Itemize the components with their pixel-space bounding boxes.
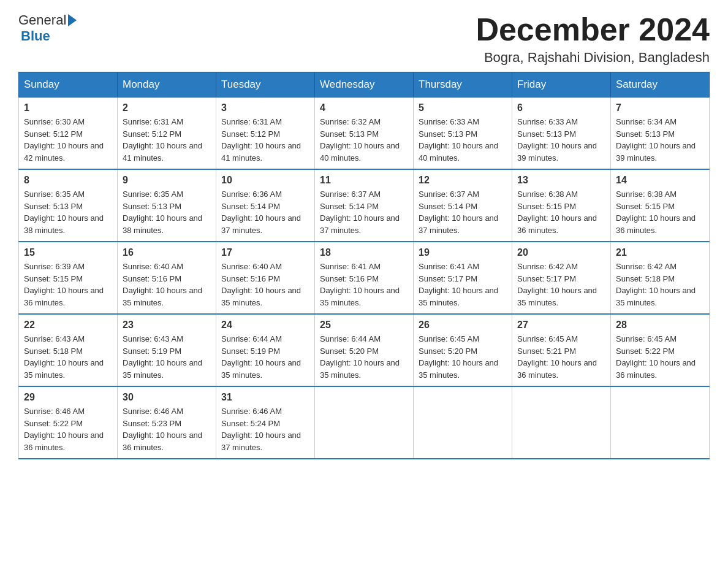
day-number: 27 xyxy=(517,320,605,331)
sunset-label: Sunset: 5:20 PM xyxy=(320,347,379,356)
day-info: Sunrise: 6:35 AM Sunset: 5:13 PM Dayligh… xyxy=(123,188,211,236)
calendar-cell: 29 Sunrise: 6:46 AM Sunset: 5:22 PM Dayl… xyxy=(19,386,118,459)
day-number: 2 xyxy=(123,102,211,113)
sunset-label: Sunset: 5:20 PM xyxy=(419,347,477,356)
calendar-cell: 13 Sunrise: 6:38 AM Sunset: 5:15 PM Dayl… xyxy=(512,169,611,242)
day-info: Sunrise: 6:45 AM Sunset: 5:20 PM Dayligh… xyxy=(419,333,507,381)
daylight-label: Daylight: 10 hours and 40 minutes. xyxy=(320,141,400,163)
day-number: 17 xyxy=(221,247,309,258)
daylight-label: Daylight: 10 hours and 42 minutes. xyxy=(24,141,104,163)
title-block: December 2024 Bogra, Rajshahi Division, … xyxy=(476,12,710,66)
daylight-label: Daylight: 10 hours and 35 minutes. xyxy=(221,286,301,307)
sunset-label: Sunset: 5:13 PM xyxy=(419,129,477,139)
calendar-cell: 3 Sunrise: 6:31 AM Sunset: 5:12 PM Dayli… xyxy=(216,98,315,170)
day-info: Sunrise: 6:34 AM Sunset: 5:13 PM Dayligh… xyxy=(616,116,704,164)
calendar-cell: 7 Sunrise: 6:34 AM Sunset: 5:13 PM Dayli… xyxy=(611,98,710,170)
calendar-week-row: 29 Sunrise: 6:46 AM Sunset: 5:22 PM Dayl… xyxy=(19,386,710,459)
day-info: Sunrise: 6:46 AM Sunset: 5:23 PM Dayligh… xyxy=(123,405,211,453)
sunrise-label: Sunrise: 6:32 AM xyxy=(320,117,381,126)
calendar-cell: 21 Sunrise: 6:42 AM Sunset: 5:18 PM Dayl… xyxy=(611,242,710,314)
day-info: Sunrise: 6:41 AM Sunset: 5:16 PM Dayligh… xyxy=(320,261,408,308)
daylight-label: Daylight: 10 hours and 35 minutes. xyxy=(24,358,104,380)
daylight-label: Daylight: 10 hours and 37 minutes. xyxy=(320,213,400,235)
daylight-label: Daylight: 10 hours and 38 minutes. xyxy=(123,213,202,235)
sunset-label: Sunset: 5:18 PM xyxy=(616,274,675,283)
sunset-label: Sunset: 5:14 PM xyxy=(419,202,477,211)
calendar-header-row: SundayMondayTuesdayWednesdayThursdayFrid… xyxy=(19,72,710,98)
day-info: Sunrise: 6:43 AM Sunset: 5:19 PM Dayligh… xyxy=(123,333,211,381)
day-number: 28 xyxy=(616,320,704,331)
day-info: Sunrise: 6:46 AM Sunset: 5:22 PM Dayligh… xyxy=(24,405,112,453)
day-info: Sunrise: 6:36 AM Sunset: 5:14 PM Dayligh… xyxy=(221,188,309,236)
sunrise-label: Sunrise: 6:39 AM xyxy=(24,262,85,271)
calendar-week-row: 8 Sunrise: 6:35 AM Sunset: 5:13 PM Dayli… xyxy=(19,169,710,242)
day-number: 24 xyxy=(221,320,309,331)
sunset-label: Sunset: 5:14 PM xyxy=(221,202,280,211)
sunset-label: Sunset: 5:19 PM xyxy=(123,347,181,356)
sunset-label: Sunset: 5:13 PM xyxy=(616,129,675,139)
sunrise-label: Sunrise: 6:44 AM xyxy=(221,334,282,343)
day-number: 1 xyxy=(24,102,112,113)
sunset-label: Sunset: 5:14 PM xyxy=(320,202,379,211)
day-info: Sunrise: 6:38 AM Sunset: 5:15 PM Dayligh… xyxy=(616,188,704,236)
calendar-cell: 24 Sunrise: 6:44 AM Sunset: 5:19 PM Dayl… xyxy=(216,314,315,386)
daylight-label: Daylight: 10 hours and 35 minutes. xyxy=(320,286,400,307)
calendar-cell: 28 Sunrise: 6:45 AM Sunset: 5:22 PM Dayl… xyxy=(611,314,710,386)
sunset-label: Sunset: 5:16 PM xyxy=(123,274,181,283)
sunrise-label: Sunrise: 6:31 AM xyxy=(221,117,282,126)
day-info: Sunrise: 6:42 AM Sunset: 5:17 PM Dayligh… xyxy=(517,261,605,308)
calendar-cell: 10 Sunrise: 6:36 AM Sunset: 5:14 PM Dayl… xyxy=(216,169,315,242)
sunrise-label: Sunrise: 6:43 AM xyxy=(123,334,183,343)
day-number: 6 xyxy=(517,102,605,113)
sunset-label: Sunset: 5:13 PM xyxy=(517,129,576,139)
day-number: 21 xyxy=(616,247,704,258)
day-number: 4 xyxy=(320,102,408,113)
calendar-cell: 27 Sunrise: 6:45 AM Sunset: 5:21 PM Dayl… xyxy=(512,314,611,386)
daylight-label: Daylight: 10 hours and 35 minutes. xyxy=(123,358,202,380)
day-number: 22 xyxy=(24,320,112,331)
calendar-cell: 5 Sunrise: 6:33 AM Sunset: 5:13 PM Dayli… xyxy=(414,98,512,170)
calendar-cell: 31 Sunrise: 6:46 AM Sunset: 5:24 PM Dayl… xyxy=(216,386,315,459)
logo-text-blue: Blue xyxy=(21,28,50,44)
calendar-cell: 30 Sunrise: 6:46 AM Sunset: 5:23 PM Dayl… xyxy=(118,386,216,459)
calendar-cell xyxy=(315,386,414,459)
sunrise-label: Sunrise: 6:37 AM xyxy=(320,190,381,199)
sunset-label: Sunset: 5:16 PM xyxy=(320,274,379,283)
calendar-week-row: 1 Sunrise: 6:30 AM Sunset: 5:12 PM Dayli… xyxy=(19,98,710,170)
day-number: 23 xyxy=(123,320,211,331)
day-number: 13 xyxy=(517,175,605,186)
day-number: 5 xyxy=(419,102,507,113)
day-number: 7 xyxy=(616,102,704,113)
day-info: Sunrise: 6:31 AM Sunset: 5:12 PM Dayligh… xyxy=(123,116,211,164)
day-info: Sunrise: 6:44 AM Sunset: 5:20 PM Dayligh… xyxy=(320,333,408,381)
day-info: Sunrise: 6:44 AM Sunset: 5:19 PM Dayligh… xyxy=(221,333,309,381)
day-info: Sunrise: 6:32 AM Sunset: 5:13 PM Dayligh… xyxy=(320,116,408,164)
sunset-label: Sunset: 5:18 PM xyxy=(24,347,83,356)
sunset-label: Sunset: 5:22 PM xyxy=(24,419,83,428)
sunrise-label: Sunrise: 6:43 AM xyxy=(24,334,85,343)
sunrise-label: Sunrise: 6:35 AM xyxy=(24,190,85,199)
day-header-friday: Friday xyxy=(512,72,611,98)
sunrise-label: Sunrise: 6:38 AM xyxy=(517,190,578,199)
daylight-label: Daylight: 10 hours and 36 minutes. xyxy=(616,358,696,380)
sunrise-label: Sunrise: 6:31 AM xyxy=(123,117,183,126)
sunset-label: Sunset: 5:13 PM xyxy=(320,129,379,139)
day-number: 19 xyxy=(419,247,507,258)
calendar-cell: 9 Sunrise: 6:35 AM Sunset: 5:13 PM Dayli… xyxy=(118,169,216,242)
sunrise-label: Sunrise: 6:36 AM xyxy=(221,190,282,199)
day-info: Sunrise: 6:31 AM Sunset: 5:12 PM Dayligh… xyxy=(221,116,309,164)
calendar-cell: 18 Sunrise: 6:41 AM Sunset: 5:16 PM Dayl… xyxy=(315,242,414,314)
calendar-cell: 16 Sunrise: 6:40 AM Sunset: 5:16 PM Dayl… xyxy=(118,242,216,314)
calendar-cell: 20 Sunrise: 6:42 AM Sunset: 5:17 PM Dayl… xyxy=(512,242,611,314)
sunset-label: Sunset: 5:17 PM xyxy=(517,274,576,283)
day-number: 12 xyxy=(419,175,507,186)
calendar-cell: 25 Sunrise: 6:44 AM Sunset: 5:20 PM Dayl… xyxy=(315,314,414,386)
daylight-label: Daylight: 10 hours and 37 minutes. xyxy=(221,431,301,452)
calendar-cell: 19 Sunrise: 6:41 AM Sunset: 5:17 PM Dayl… xyxy=(414,242,512,314)
sunset-label: Sunset: 5:15 PM xyxy=(517,202,576,211)
sunrise-label: Sunrise: 6:35 AM xyxy=(123,190,183,199)
sunrise-label: Sunrise: 6:44 AM xyxy=(320,334,381,343)
sunrise-label: Sunrise: 6:41 AM xyxy=(419,262,479,271)
daylight-label: Daylight: 10 hours and 35 minutes. xyxy=(616,286,696,307)
day-number: 3 xyxy=(221,102,309,113)
